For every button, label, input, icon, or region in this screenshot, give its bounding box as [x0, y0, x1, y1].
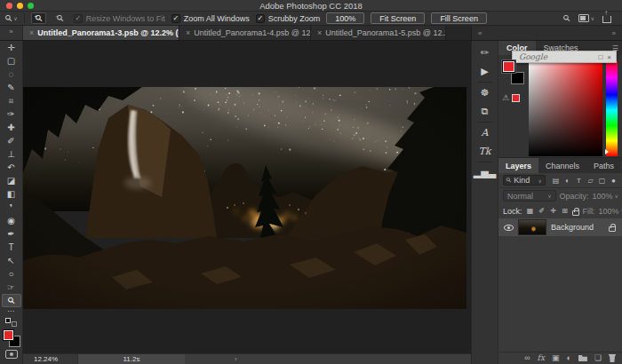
edit-toolbar-button[interactable]: ⋯	[7, 307, 15, 316]
gamut-color-swatch[interactable]	[512, 94, 520, 102]
collapse-panels-chevron[interactable]: «	[478, 29, 482, 37]
filter-kind-dropdown[interactable]: ⚲ Kind ∨	[503, 175, 546, 186]
workspace-switcher[interactable]: ∨	[578, 14, 594, 22]
zoom-tool-glyph: ⚲	[5, 295, 17, 306]
close-icon[interactable]: ×	[29, 28, 34, 37]
blend-mode-dropdown[interactable]: Normal ∨	[503, 190, 556, 202]
rectangular-marquee-tool[interactable]: ▢	[2, 54, 21, 67]
tool-preset-well[interactable]: ⚲ ∨	[5, 13, 18, 23]
zoom-level-field[interactable]: 12.24%	[23, 354, 78, 364]
tab-layers[interactable]: Layers	[498, 158, 538, 173]
zoom-all-windows-checkbox[interactable]: ✓ Zoom All Windows	[171, 14, 250, 23]
saturation-brightness-field[interactable]	[529, 60, 602, 156]
spot-healing-brush-tool[interactable]: ✚	[2, 121, 21, 134]
document-tab-3[interactable]: × Untitled_Panorama1-5.psb @ 12.2% (ra..…	[311, 26, 446, 40]
document-tab-2[interactable]: × Untitled_Panorama1-4.psb @ 12.2% (La..…	[179, 26, 311, 40]
path-selection-tool-glyph: ↖	[7, 256, 14, 265]
pen-tool[interactable]: ✒	[2, 227, 21, 241]
new-adjustment-layer-icon[interactable]: ◐	[566, 354, 570, 362]
filter-pin-icon[interactable]: ●	[609, 177, 618, 185]
quick-selection-tool[interactable]: ✎	[2, 81, 21, 94]
close-icon[interactable]: ×	[317, 28, 322, 37]
gradient-tool[interactable]: ◧	[2, 187, 21, 201]
lock-transparent-pixels-icon[interactable]: ▦	[526, 207, 535, 215]
type-tool[interactable]: T	[2, 241, 21, 254]
tab-paths[interactable]: Paths	[586, 158, 621, 173]
zoom-in-button[interactable]: ⚲ +	[31, 12, 46, 24]
search-icon[interactable]: ⚲	[561, 12, 572, 24]
link-layers-icon[interactable]: ∞	[524, 354, 530, 362]
new-layer-icon[interactable]: ❏	[594, 354, 602, 362]
actual-pixels-button[interactable]: 100%	[326, 12, 364, 24]
move-tool[interactable]: ✛	[2, 41, 21, 54]
google-window-controls: □ ×	[598, 53, 616, 61]
crop-tool[interactable]: ⌗	[2, 94, 21, 107]
layer-thumbnail[interactable]	[519, 220, 546, 234]
panel-foreground-swatch[interactable]	[502, 60, 515, 73]
shape-filter-icon[interactable]: ▱	[586, 177, 595, 185]
canvas-pasteboard[interactable]	[23, 41, 471, 353]
lock-label: Lock:	[503, 207, 522, 216]
ellipse-tool[interactable]: ○	[2, 267, 21, 281]
dodge-tool[interactable]: ◉	[2, 214, 21, 227]
close-icon[interactable]: ×	[607, 53, 611, 61]
zoom-tool[interactable]: ⚲	[2, 294, 21, 307]
status-chevron[interactable]: ›	[235, 355, 237, 363]
glyphs-icon[interactable]: A	[474, 123, 497, 142]
zoom-out-button[interactable]: ⚲ −	[52, 12, 68, 24]
lock-image-pixels-icon[interactable]: ✐	[538, 207, 546, 215]
restore-window-icon[interactable]: □	[598, 53, 602, 61]
lock-artboard-icon[interactable]: ⊞	[561, 207, 570, 215]
panorama-image[interactable]	[23, 87, 466, 309]
adjustment-filter-icon[interactable]: ◐	[562, 177, 572, 185]
minimize-window-button[interactable]	[17, 3, 23, 9]
new-group-icon[interactable]	[578, 355, 587, 361]
layer-style-icon[interactable]: fx	[538, 354, 545, 362]
hand-tool[interactable]: ☞	[2, 281, 21, 294]
hue-slider[interactable]	[606, 60, 618, 156]
expand-panels-chevron[interactable]: »	[612, 29, 616, 37]
quick-mask-button[interactable]	[5, 350, 18, 359]
layer-row-background[interactable]: Background	[498, 218, 622, 236]
brush-tool[interactable]: ✐	[2, 134, 21, 147]
blur-tool[interactable]: ❜	[2, 201, 21, 214]
eyedropper-tool[interactable]: ✑	[2, 107, 21, 121]
brush-settings-icon[interactable]: ✏	[474, 44, 497, 62]
toolbar-collapse-chevron[interactable]: »	[0, 26, 23, 40]
smart-object-filter-icon[interactable]: ▢	[597, 177, 607, 185]
scrubby-zoom-checkbox[interactable]: ✓ Scrubby Zoom	[256, 14, 321, 23]
close-window-button[interactable]	[6, 3, 12, 9]
path-selection-tool[interactable]: ↖	[2, 254, 21, 267]
clone-stamp-tool[interactable]: ⊥	[2, 147, 21, 161]
fill-screen-button[interactable]: Fill Screen	[431, 12, 487, 24]
hue-slider-marker[interactable]	[605, 149, 609, 154]
tab-channels[interactable]: Channels	[538, 158, 586, 173]
foreground-color-swatch[interactable]	[3, 329, 14, 341]
checkbox-label: Scrubby Zoom	[268, 14, 321, 23]
navigator-icon[interactable]: ☸	[474, 83, 497, 102]
opacity-dropdown[interactable]: 100% ∨	[593, 192, 618, 201]
document-tab-1[interactable]: × Untitled_Panorama1-3.psb @ 12.2% (RGB/…	[23, 26, 179, 40]
fit-screen-button[interactable]: Fit Screen	[371, 12, 425, 24]
delete-layer-icon[interactable]	[609, 354, 616, 362]
default-colors-icon[interactable]	[5, 318, 17, 327]
eraser-tool[interactable]: ◪	[2, 174, 21, 187]
fill-dropdown[interactable]: 100% ∨	[599, 207, 622, 216]
add-layer-mask-icon[interactable]: ▣	[552, 354, 560, 362]
history-brush-tool[interactable]: ↶	[2, 161, 21, 174]
layer-visibility-eye-icon[interactable]	[504, 225, 514, 231]
share-icon[interactable]	[602, 16, 611, 23]
panel-background-swatch[interactable]	[511, 72, 524, 84]
actions-icon[interactable]: ▶	[474, 62, 497, 81]
type-filter-icon[interactable]: T	[574, 177, 584, 185]
lock-all-icon[interactable]	[572, 210, 579, 216]
character-styles-icon[interactable]: Tk	[474, 142, 497, 161]
zoom-window-button[interactable]	[28, 3, 34, 9]
resize-windows-to-fit-checkbox[interactable]: ✓ Resize Windows to Fit	[74, 14, 165, 23]
clone-source-icon[interactable]: ⧉	[474, 102, 497, 121]
lasso-tool[interactable]: ◌	[2, 67, 21, 81]
close-icon[interactable]: ×	[186, 28, 190, 37]
histogram-icon[interactable]: ▂▅▃	[474, 163, 497, 182]
image-filter-icon[interactable]: ▤	[551, 177, 561, 185]
lock-position-icon[interactable]: ✛	[549, 207, 558, 215]
